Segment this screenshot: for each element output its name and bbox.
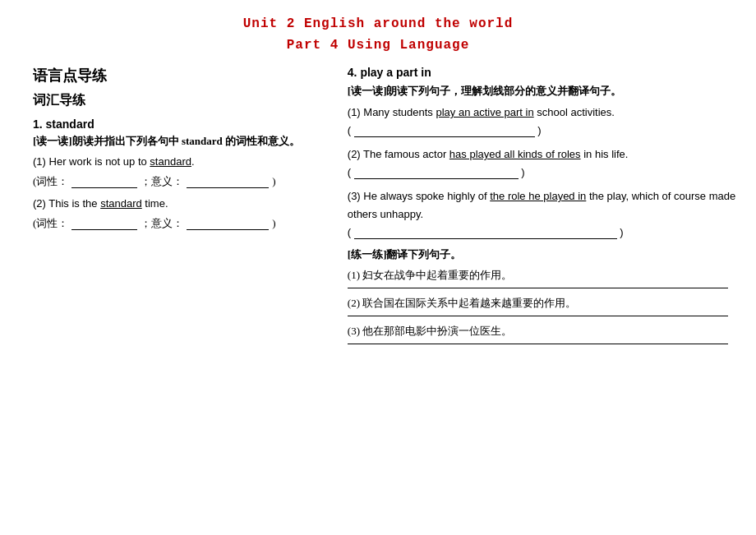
right-column: 4. play a part in [读一读]朗读下列句子，理解划线部分的意义并… — [348, 66, 748, 351]
left-answer-2: (词性： ；意义： ) — [33, 216, 323, 231]
right-answer-3: ( ) — [348, 225, 748, 239]
left-column: 语言点导练 词汇导练 1. standard [读一读]朗读并指出下列各句中 s… — [33, 66, 323, 351]
right-vocab-title: 4. play a part in — [348, 66, 748, 79]
right-read-label: [读一读]朗读下列句子，理解划线部分的意义并翻译句子。 — [348, 84, 748, 99]
vocab-word: 1. standard — [33, 118, 323, 131]
sub-heading: 词汇导练 — [33, 92, 323, 109]
right-sentence-2: (2) The famous actor has played all kind… — [348, 145, 748, 164]
title-line1: Unit 2 English around the world — [33, 16, 723, 31]
left-sentence-2: (2) This is the standard time. — [33, 196, 323, 213]
practice-line-3 — [348, 344, 728, 344]
page-header: Unit 2 English around the world Part 4 U… — [33, 16, 723, 53]
right-answer-1: ( ) — [348, 123, 748, 137]
practice-line-1 — [348, 288, 728, 288]
practice-item-3: (3) 他在那部电影中扮演一位医生。 — [348, 323, 748, 340]
vocab-entry-1: 1. standard [读一读]朗读并指出下列各句中 standard 的词性… — [33, 118, 323, 231]
practice-line-2 — [348, 316, 728, 316]
vocab-term: standard — [46, 118, 94, 131]
practice-item-1: (1) 妇女在战争中起着重要的作用。 — [348, 267, 748, 284]
content-wrapper: 语言点导练 词汇导练 1. standard [读一读]朗读并指出下列各句中 s… — [33, 66, 723, 351]
vocab-number: 1. — [33, 118, 43, 131]
right-sentence-3: (3) He always spoke highly of the role h… — [348, 187, 748, 224]
right-answer-2: ( ) — [348, 165, 748, 179]
left-answer-1: (词性： ；意义： ) — [33, 174, 323, 189]
practice-label: [练一练]翻译下列句子。 — [348, 247, 748, 262]
practice-item-2: (2) 联合国在国际关系中起着越来越重要的作用。 — [348, 295, 748, 312]
read-label: [读一读]朗读并指出下列各句中 standard 的词性和意义。 — [33, 134, 323, 149]
left-sentence-1: (1) Her work is not up to standard. — [33, 154, 323, 171]
section-heading: 语言点导练 — [33, 66, 323, 85]
right-sentence-1: (1) Many students play an active part in… — [348, 104, 748, 122]
title-line2: Part 4 Using Language — [33, 38, 723, 53]
